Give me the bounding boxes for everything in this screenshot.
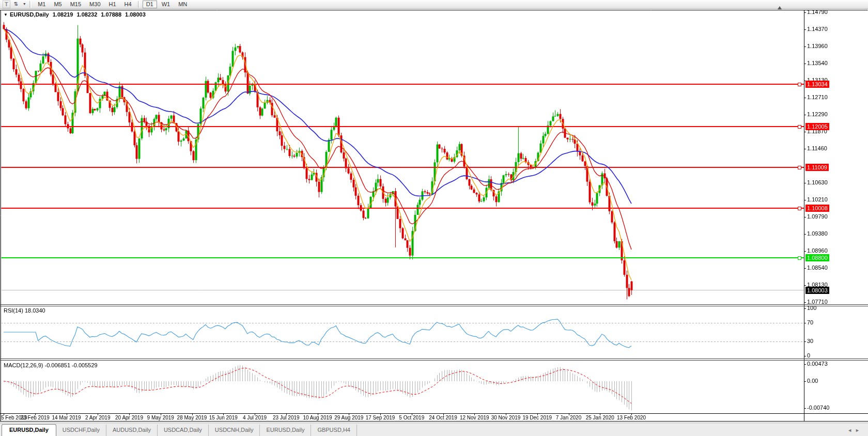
level-price-tag: 1.10008 xyxy=(805,205,829,212)
price-axis-label: 1.08960 xyxy=(807,247,828,254)
current-price-tag: 1.08003 xyxy=(805,287,829,294)
level-price-tag: 1.11009 xyxy=(805,164,829,171)
date-axis-label: 5 Oct 2019 xyxy=(399,415,424,421)
tab-scroll-right-icon[interactable]: ► xyxy=(855,428,863,433)
macd-axis-label: 0.00 xyxy=(807,378,818,384)
timeframe-button-group: M1M5M15M30H1H4D1W1MN xyxy=(34,1,191,8)
timeframe-button-w1[interactable]: W1 xyxy=(158,1,174,8)
close-value: 1.08003 xyxy=(125,11,146,18)
date-axis-label: 12 Nov 2019 xyxy=(460,415,489,421)
date-axis-label: 10 Aug 2019 xyxy=(303,415,332,421)
chart-tab-2[interactable]: AUDUSD,Daily xyxy=(106,425,158,436)
chart-tab-3[interactable]: USDCAD,Daily xyxy=(158,425,209,436)
date-axis-label: 24 Oct 2019 xyxy=(429,415,457,421)
date-axis-label: 19 Dec 2019 xyxy=(522,415,552,421)
chart-tab-6[interactable]: GBPUSD,H4 xyxy=(311,425,357,436)
timeframe-button-h4[interactable]: H4 xyxy=(121,1,135,8)
date-axis-label: 14 Mar 2019 xyxy=(52,415,81,421)
collapse-icon[interactable]: ▼ xyxy=(4,12,8,17)
toolbar-dropdown-button[interactable]: ▾ xyxy=(22,1,27,8)
symbol-period-label: EURUSD,Daily xyxy=(10,11,49,18)
price-axis-label: 1.14790 xyxy=(807,9,828,15)
date-axis-label: 23 Jul 2019 xyxy=(273,415,300,421)
chart-tab-1[interactable]: USDCHF,Daily xyxy=(56,425,106,436)
chart-tabs: EURUSD,DailyUSDCHF,DailyAUDUSD,DailyUSDC… xyxy=(0,424,357,436)
rsi-indicator-label: RSI(14) 18.0340 xyxy=(4,307,45,314)
timeframe-button-m15[interactable]: M15 xyxy=(67,1,85,8)
date-axis-label: 20 Apr 2019 xyxy=(115,415,143,421)
rsi-axis-label: 70 xyxy=(807,319,813,325)
date-axis-label: 25 Jan 2020 xyxy=(586,415,614,421)
high-value: 1.08232 xyxy=(76,11,97,18)
timeframe-button-h1[interactable]: H1 xyxy=(105,1,120,8)
low-value: 1.07888 xyxy=(101,11,121,18)
rsi-axis-label: 0 xyxy=(807,352,810,359)
date-axis-label: 29 Aug 2019 xyxy=(334,415,363,421)
date-axis-label: 30 Nov 2019 xyxy=(491,415,521,421)
rsi-axis-label: 100 xyxy=(807,305,816,311)
date-axis-label: 17 Sep 2019 xyxy=(366,415,395,421)
chart-tab-5[interactable]: EURUSD,Daily xyxy=(260,425,311,436)
date-axis-label: 9 May 2019 xyxy=(147,415,174,421)
level-price-tag: 1.13034 xyxy=(805,81,829,88)
chart-tab-0[interactable]: EURUSD,Daily xyxy=(2,424,56,436)
cursor-mode-button[interactable]: ⇅ xyxy=(11,1,21,8)
date-axis-label: 23 Feb 2019 xyxy=(21,415,50,421)
crosshair-icon: ⇅ xyxy=(14,1,18,7)
level-price-tag: 1.08800 xyxy=(805,254,829,261)
chart-shift-marker[interactable] xyxy=(778,6,782,9)
chart-canvas[interactable] xyxy=(0,0,868,436)
chart-title: ▼EURUSD,Daily1.082191.082321.078881.0800… xyxy=(4,11,146,18)
price-axis-label: 1.13960 xyxy=(807,43,828,49)
date-axis-label: 2 Apr 2019 xyxy=(85,415,110,421)
price-axis-label: 1.07710 xyxy=(807,299,828,305)
tab-scroll-left-icon[interactable]: ◄ xyxy=(847,428,855,433)
macd-axis-label: 0.00473 xyxy=(807,361,828,367)
toolbar: T ⇅ ▾ M1M5M15M30H1H4D1W1MN xyxy=(0,0,868,9)
price-axis-label: 1.12710 xyxy=(807,94,828,100)
open-value: 1.08219 xyxy=(53,11,73,18)
price-axis-label: 1.08540 xyxy=(807,264,828,271)
chart-tab-bar: EURUSD,DailyUSDCHF,DailyAUDUSD,DailyUSDC… xyxy=(0,423,868,436)
timeframe-button-mn[interactable]: MN xyxy=(175,1,191,8)
macd-axis-label: -0.00740 xyxy=(807,404,829,411)
price-axis-label: 1.10210 xyxy=(807,196,828,203)
price-axis-label: 1.11460 xyxy=(807,145,827,151)
price-axis-label: 1.10630 xyxy=(807,179,828,185)
level-price-tag: 1.12005 xyxy=(805,123,829,130)
timeframe-button-m5[interactable]: M5 xyxy=(50,1,65,8)
date-axis-label: 7 Jan 2020 xyxy=(556,415,582,421)
date-axis-label: 4 Jul 2019 xyxy=(243,415,267,421)
price-axis-label: 1.13540 xyxy=(807,60,828,66)
chart-tab-4[interactable]: USDCNH,Daily xyxy=(209,425,260,436)
toolbar-separator xyxy=(29,1,32,8)
timeframe-button-m1[interactable]: M1 xyxy=(34,1,49,8)
rsi-axis-label: 30 xyxy=(807,338,813,344)
timeframe-button-m30[interactable]: M30 xyxy=(86,1,104,8)
price-axis-label: 1.09380 xyxy=(807,230,828,237)
date-axis-label: 15 Jun 2019 xyxy=(209,415,238,421)
text-tool-button[interactable]: T xyxy=(3,1,10,8)
date-axis-label: 28 May 2019 xyxy=(177,415,207,421)
price-axis-label: 1.14370 xyxy=(807,26,828,32)
price-axis-label: 1.12290 xyxy=(807,111,828,117)
toolbar-separator xyxy=(138,1,140,8)
macd-indicator-label: MACD(12,26,9) -0.006851 -0.005529 xyxy=(4,362,98,368)
timeframe-button-d1[interactable]: D1 xyxy=(143,1,157,8)
chevron-down-icon: ▾ xyxy=(23,2,25,6)
date-axis-label: 13 Feb 2020 xyxy=(617,415,646,421)
price-axis-label: 1.09790 xyxy=(807,213,828,220)
